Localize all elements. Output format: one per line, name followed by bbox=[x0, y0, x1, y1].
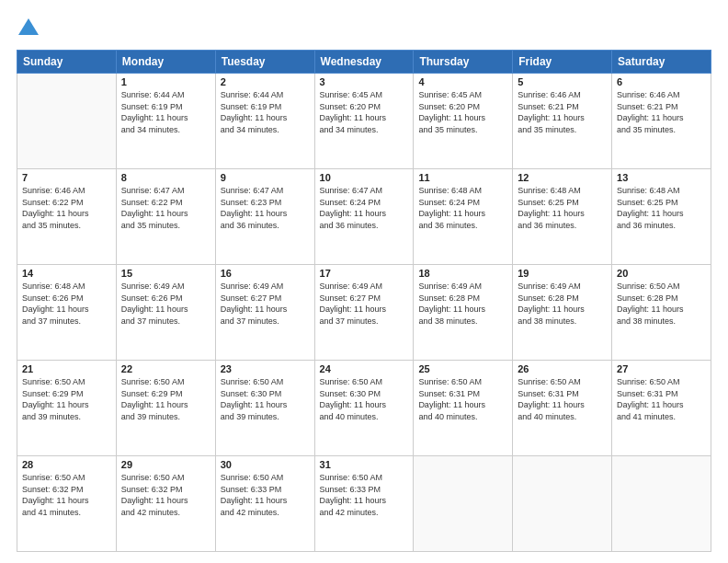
day-number: 7 bbox=[22, 172, 111, 183]
calendar-day-cell: 21Sunrise: 6:50 AM Sunset: 6:29 PM Dayli… bbox=[17, 361, 117, 456]
calendar-day-cell: 29Sunrise: 6:50 AM Sunset: 6:32 PM Dayli… bbox=[116, 456, 215, 552]
day-number: 30 bbox=[221, 459, 310, 470]
calendar-header-row: SundayMondayTuesdayWednesdayThursdayFrid… bbox=[17, 51, 711, 74]
day-number: 28 bbox=[22, 459, 111, 470]
day-info: Sunrise: 6:45 AM Sunset: 6:20 PM Dayligh… bbox=[320, 89, 409, 135]
calendar-day-cell: 18Sunrise: 6:49 AM Sunset: 6:28 PM Dayli… bbox=[414, 265, 513, 361]
day-info: Sunrise: 6:48 AM Sunset: 6:26 PM Dayligh… bbox=[22, 281, 111, 327]
calendar-day-cell: 1Sunrise: 6:44 AM Sunset: 6:19 PM Daylig… bbox=[116, 74, 215, 169]
day-info: Sunrise: 6:49 AM Sunset: 6:27 PM Dayligh… bbox=[320, 281, 409, 327]
day-info: Sunrise: 6:50 AM Sunset: 6:28 PM Dayligh… bbox=[617, 281, 706, 327]
day-number: 13 bbox=[617, 172, 706, 183]
day-number: 14 bbox=[22, 268, 111, 279]
day-info: Sunrise: 6:50 AM Sunset: 6:33 PM Dayligh… bbox=[221, 472, 310, 518]
day-number: 16 bbox=[221, 268, 310, 279]
calendar-week-row: 7Sunrise: 6:46 AM Sunset: 6:22 PM Daylig… bbox=[17, 169, 711, 265]
day-info: Sunrise: 6:50 AM Sunset: 6:31 PM Dayligh… bbox=[418, 376, 507, 422]
calendar-day-cell: 17Sunrise: 6:49 AM Sunset: 6:27 PM Dayli… bbox=[314, 265, 414, 361]
day-info: Sunrise: 6:49 AM Sunset: 6:28 PM Dayligh… bbox=[518, 281, 607, 327]
calendar-day-cell: 9Sunrise: 6:47 AM Sunset: 6:23 PM Daylig… bbox=[215, 169, 314, 265]
day-info: Sunrise: 6:50 AM Sunset: 6:32 PM Dayligh… bbox=[121, 472, 210, 518]
day-number: 4 bbox=[418, 76, 507, 87]
calendar-day-cell: 10Sunrise: 6:47 AM Sunset: 6:24 PM Dayli… bbox=[314, 169, 414, 265]
day-number: 15 bbox=[121, 268, 210, 279]
day-number: 9 bbox=[221, 172, 310, 183]
calendar-day-header: Monday bbox=[116, 51, 215, 74]
calendar-day-cell: 28Sunrise: 6:50 AM Sunset: 6:32 PM Dayli… bbox=[17, 456, 117, 552]
calendar-week-row: 28Sunrise: 6:50 AM Sunset: 6:32 PM Dayli… bbox=[17, 456, 711, 552]
calendar-day-header: Friday bbox=[513, 51, 612, 74]
day-info: Sunrise: 6:44 AM Sunset: 6:19 PM Dayligh… bbox=[221, 89, 310, 135]
day-info: Sunrise: 6:50 AM Sunset: 6:29 PM Dayligh… bbox=[22, 376, 111, 422]
calendar-day-cell: 6Sunrise: 6:46 AM Sunset: 6:21 PM Daylig… bbox=[612, 74, 711, 169]
calendar-day-cell: 16Sunrise: 6:49 AM Sunset: 6:27 PM Dayli… bbox=[215, 265, 314, 361]
day-number: 18 bbox=[418, 268, 507, 279]
day-info: Sunrise: 6:49 AM Sunset: 6:28 PM Dayligh… bbox=[418, 281, 507, 327]
day-info: Sunrise: 6:49 AM Sunset: 6:26 PM Dayligh… bbox=[121, 281, 210, 327]
calendar-day-cell: 15Sunrise: 6:49 AM Sunset: 6:26 PM Dayli… bbox=[116, 265, 215, 361]
page: SundayMondayTuesdayWednesdayThursdayFrid… bbox=[0, 0, 728, 563]
calendar-day-cell: 31Sunrise: 6:50 AM Sunset: 6:33 PM Dayli… bbox=[314, 456, 414, 552]
calendar-day-cell bbox=[612, 456, 711, 552]
day-number: 2 bbox=[221, 76, 310, 87]
calendar-day-header: Wednesday bbox=[314, 51, 414, 74]
day-number: 19 bbox=[518, 268, 607, 279]
calendar-day-cell: 5Sunrise: 6:46 AM Sunset: 6:21 PM Daylig… bbox=[513, 74, 612, 169]
day-number: 5 bbox=[518, 76, 607, 87]
day-info: Sunrise: 6:46 AM Sunset: 6:21 PM Dayligh… bbox=[617, 89, 706, 135]
day-info: Sunrise: 6:46 AM Sunset: 6:21 PM Dayligh… bbox=[518, 89, 607, 135]
calendar-day-header: Sunday bbox=[17, 51, 117, 74]
calendar-day-cell: 25Sunrise: 6:50 AM Sunset: 6:31 PM Dayli… bbox=[414, 361, 513, 456]
day-number: 24 bbox=[320, 363, 409, 374]
day-info: Sunrise: 6:48 AM Sunset: 6:24 PM Dayligh… bbox=[418, 185, 507, 231]
calendar-week-row: 21Sunrise: 6:50 AM Sunset: 6:29 PM Dayli… bbox=[17, 361, 711, 456]
day-number: 10 bbox=[320, 172, 409, 183]
day-info: Sunrise: 6:45 AM Sunset: 6:20 PM Dayligh… bbox=[418, 89, 507, 135]
day-number: 22 bbox=[121, 363, 210, 374]
day-info: Sunrise: 6:46 AM Sunset: 6:22 PM Dayligh… bbox=[22, 185, 111, 231]
day-number: 27 bbox=[617, 363, 706, 374]
day-info: Sunrise: 6:50 AM Sunset: 6:29 PM Dayligh… bbox=[121, 376, 210, 422]
day-number: 3 bbox=[320, 76, 409, 87]
calendar-day-cell: 11Sunrise: 6:48 AM Sunset: 6:24 PM Dayli… bbox=[414, 169, 513, 265]
calendar-day-cell bbox=[17, 74, 117, 169]
calendar-day-cell bbox=[513, 456, 612, 552]
svg-marker-0 bbox=[18, 18, 39, 35]
day-info: Sunrise: 6:48 AM Sunset: 6:25 PM Dayligh… bbox=[518, 185, 607, 231]
calendar-table: SundayMondayTuesdayWednesdayThursdayFrid… bbox=[17, 50, 711, 552]
day-info: Sunrise: 6:50 AM Sunset: 6:32 PM Dayligh… bbox=[22, 472, 111, 518]
day-info: Sunrise: 6:48 AM Sunset: 6:25 PM Dayligh… bbox=[617, 185, 706, 231]
calendar-week-row: 14Sunrise: 6:48 AM Sunset: 6:26 PM Dayli… bbox=[17, 265, 711, 361]
calendar-day-cell: 26Sunrise: 6:50 AM Sunset: 6:31 PM Dayli… bbox=[513, 361, 612, 456]
calendar-day-cell: 8Sunrise: 6:47 AM Sunset: 6:22 PM Daylig… bbox=[116, 169, 215, 265]
calendar-day-cell: 13Sunrise: 6:48 AM Sunset: 6:25 PM Dayli… bbox=[612, 169, 711, 265]
day-info: Sunrise: 6:50 AM Sunset: 6:30 PM Dayligh… bbox=[320, 376, 409, 422]
calendar-week-row: 1Sunrise: 6:44 AM Sunset: 6:19 PM Daylig… bbox=[17, 74, 711, 169]
calendar-day-cell: 14Sunrise: 6:48 AM Sunset: 6:26 PM Dayli… bbox=[17, 265, 117, 361]
day-info: Sunrise: 6:47 AM Sunset: 6:24 PM Dayligh… bbox=[320, 185, 409, 231]
day-number: 23 bbox=[221, 363, 310, 374]
calendar-day-cell: 3Sunrise: 6:45 AM Sunset: 6:20 PM Daylig… bbox=[314, 74, 414, 169]
calendar-day-cell: 4Sunrise: 6:45 AM Sunset: 6:20 PM Daylig… bbox=[414, 74, 513, 169]
calendar-day-cell: 2Sunrise: 6:44 AM Sunset: 6:19 PM Daylig… bbox=[215, 74, 314, 169]
calendar-day-cell: 12Sunrise: 6:48 AM Sunset: 6:25 PM Dayli… bbox=[513, 169, 612, 265]
calendar-day-cell: 27Sunrise: 6:50 AM Sunset: 6:31 PM Dayli… bbox=[612, 361, 711, 456]
day-info: Sunrise: 6:50 AM Sunset: 6:30 PM Dayligh… bbox=[221, 376, 310, 422]
day-number: 21 bbox=[22, 363, 111, 374]
logo-triangle-icon bbox=[18, 17, 39, 40]
day-number: 29 bbox=[121, 459, 210, 470]
calendar-day-cell: 24Sunrise: 6:50 AM Sunset: 6:30 PM Dayli… bbox=[314, 361, 414, 456]
calendar-day-cell: 7Sunrise: 6:46 AM Sunset: 6:22 PM Daylig… bbox=[17, 169, 117, 265]
day-info: Sunrise: 6:47 AM Sunset: 6:22 PM Dayligh… bbox=[121, 185, 210, 231]
calendar-day-cell bbox=[414, 456, 513, 552]
day-info: Sunrise: 6:49 AM Sunset: 6:27 PM Dayligh… bbox=[221, 281, 310, 327]
day-info: Sunrise: 6:47 AM Sunset: 6:23 PM Dayligh… bbox=[221, 185, 310, 231]
calendar-day-cell: 23Sunrise: 6:50 AM Sunset: 6:30 PM Dayli… bbox=[215, 361, 314, 456]
day-number: 25 bbox=[418, 363, 507, 374]
header bbox=[17, 17, 711, 40]
day-number: 1 bbox=[121, 76, 210, 87]
calendar-day-header: Tuesday bbox=[215, 51, 314, 74]
day-info: Sunrise: 6:44 AM Sunset: 6:19 PM Dayligh… bbox=[121, 89, 210, 135]
day-number: 11 bbox=[418, 172, 507, 183]
day-number: 26 bbox=[518, 363, 607, 374]
